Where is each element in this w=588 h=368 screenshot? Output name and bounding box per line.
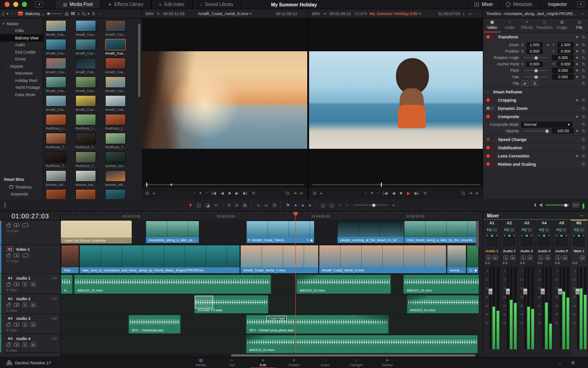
mixer-channel[interactable]: A1 EQ Audio 1 S M 0.0 5 10 <box>483 220 501 357</box>
fader-handle[interactable] <box>506 288 510 295</box>
flip-horizontal-button[interactable]: ⇄ <box>521 81 529 86</box>
right-panel-toggle[interactable]: Inspector <box>539 0 573 9</box>
opacity-slider[interactable] <box>523 130 548 131</box>
project-manager-icon[interactable]: ⌂ <box>558 360 561 365</box>
trim-edit-mode-icon[interactable]: ◫ <box>197 203 201 208</box>
flag-icon[interactable]: ⚑ <box>286 203 290 208</box>
media-clip[interactable]: woman_lea... <box>74 170 104 189</box>
last-frame-button[interactable]: ▶| <box>243 191 247 195</box>
track-badge[interactable]: A3 <box>6 316 14 321</box>
mute-button[interactable]: M <box>510 255 515 260</box>
play-reverse-button[interactable]: ◀ <box>220 191 224 195</box>
project-settings-icon[interactable]: ⚙ <box>571 360 575 365</box>
enable-track-icon[interactable] <box>14 282 19 286</box>
stabilization-toggle[interactable] <box>486 146 495 150</box>
jog-left-icon[interactable]: ‹ <box>365 191 367 195</box>
media-clip[interactable]: RedRock_T... <box>104 133 134 152</box>
source-viewer-image[interactable] <box>142 51 307 149</box>
expand-arrow-icon[interactable]: › <box>5 65 8 68</box>
clip-thumbnail[interactable] <box>46 152 66 163</box>
zoom-detail-icon[interactable]: ◱ <box>330 203 334 208</box>
lock-icon[interactable] <box>6 283 11 287</box>
source-playhead[interactable] <box>146 183 147 187</box>
thumbnail-view-icon[interactable] <box>71 12 75 15</box>
zoom-y-field[interactable]: 1.000 <box>557 42 574 48</box>
pan-control[interactable] <box>485 233 499 247</box>
bin-tree-item[interactable]: Interviews <box>0 70 43 77</box>
media-clip[interactable]: Amalfi_Coa... <box>44 95 74 114</box>
snapping-icon[interactable]: ⊟ <box>273 203 276 208</box>
composite-mode-dropdown[interactable]: Normal▾ <box>521 122 572 128</box>
pan-control[interactable] <box>572 233 586 247</box>
channel-name[interactable]: Audio 5 <box>556 248 568 254</box>
inspector-options-icon[interactable]: ··· <box>580 11 584 16</box>
bin-tree-item[interactable]: Extra Shots <box>0 91 43 98</box>
timeline-clip[interactable]: lake_next_to_mountains_and_trees_aerial_… <box>79 245 240 274</box>
solo-button[interactable]: S <box>486 255 491 260</box>
keyframe-icon[interactable] <box>576 70 578 71</box>
clip-thumbnail[interactable] <box>75 95 96 107</box>
clip-thumbnail[interactable] <box>105 189 126 199</box>
timeline-ruler[interactable]: 01:00:20:00 01:00:24:00 01:00:28:00 01:0… <box>61 212 479 220</box>
reset-icon[interactable]: ↻ <box>582 81 585 86</box>
track-height-icon[interactable] <box>22 254 28 257</box>
fader-handle[interactable] <box>575 288 580 295</box>
current-bin-name[interactable]: Balcony ... <box>25 11 44 16</box>
jog-icon[interactable]: ● <box>371 191 373 195</box>
inspector-tab[interactable]: ♪ Audio <box>501 18 518 32</box>
lens-correction-toggle[interactable] <box>486 154 495 158</box>
reset-icon[interactable]: ↻ <box>582 55 585 60</box>
track-name[interactable]: Audio 2 <box>16 297 30 301</box>
clip-thumbnail[interactable] <box>46 133 66 144</box>
mixer-channel[interactable]: A3 EQ Audio 3 S M 0.0 5 10 <box>518 220 535 357</box>
clip-thumbnail[interactable] <box>46 189 66 199</box>
reset-icon[interactable]: ↻ <box>582 106 585 111</box>
timeline-playhead-mark[interactable] <box>381 183 382 187</box>
clip-thumbnail[interactable] <box>105 114 126 125</box>
inspector-tab[interactable]: ▤ File <box>571 18 588 32</box>
mixer-channel[interactable]: A5 EQ Audio 5 S M 0.0 5 10 <box>553 220 571 357</box>
audio-track-header[interactable]: A4 Audio 4 2.0 S M 8 Clips <box>0 334 60 353</box>
enable-track-icon[interactable] <box>14 303 19 307</box>
timeline-scrubber[interactable] <box>312 184 480 185</box>
clip-thumbnail[interactable] <box>105 133 126 144</box>
flip-vertical-button[interactable]: ⇅ <box>531 81 538 86</box>
pitch-slider[interactable] <box>523 70 548 71</box>
keyframe-icon[interactable] <box>576 44 578 46</box>
timeline-clip[interactable]: AA0113_01.mov <box>246 335 478 353</box>
retime-scaling-toggle[interactable] <box>486 162 495 166</box>
source-timecode[interactable]: 00:11:58:12 <box>276 11 297 16</box>
timeline-timecode[interactable]: 01:00:27:03 <box>0 212 60 221</box>
solo-button[interactable]: S <box>22 342 27 347</box>
clip-thumbnail[interactable] <box>105 58 126 69</box>
mute-button[interactable]: M <box>493 255 498 260</box>
chevron-down-icon[interactable]: ▾ <box>309 203 311 208</box>
timeline-clip[interactable]: AA0113_01.mov <box>407 295 479 314</box>
clip-thumbnail[interactable] <box>105 39 126 50</box>
window-controls[interactable] <box>0 2 32 7</box>
clip-thumbnail[interactable] <box>75 170 96 182</box>
stop-button[interactable]: ■ <box>228 191 230 195</box>
media-clip[interactable] <box>44 189 74 199</box>
bin-tree-item[interactable]: Holiday Reel <box>0 77 43 84</box>
chevron-down-icon[interactable]: ▾ <box>157 11 160 16</box>
clip-thumbnail[interactable] <box>46 114 66 125</box>
timeline-clip[interactable]: people_running_at_the_beach_in_brig... <box>337 221 405 244</box>
keyframe-icon[interactable] <box>576 63 578 65</box>
zoom-out-icon[interactable]: − <box>346 203 348 208</box>
channel-eq[interactable]: EQ <box>522 227 532 233</box>
loop-button[interactable]: ↻ <box>252 191 256 195</box>
track-badge[interactable]: A2 <box>6 296 14 301</box>
forward-icon[interactable]: › <box>14 11 16 16</box>
chevron-down-icon[interactable]: ▾ <box>250 11 252 16</box>
media-clip[interactable]: RedRock_L... <box>104 114 134 133</box>
reset-icon[interactable]: ↻ <box>582 35 585 39</box>
composite-toggle[interactable] <box>486 114 495 119</box>
pan-control[interactable] <box>502 233 516 247</box>
media-clip[interactable]: Amalfi_Coa... <box>44 39 74 58</box>
reset-icon[interactable]: ↻ <box>582 129 585 133</box>
clip-thumbnail[interactable] <box>46 58 66 69</box>
solo-button[interactable]: S <box>556 255 561 260</box>
bin-tree-item[interactable]: ▾ Master <box>0 20 43 27</box>
reset-icon[interactable]: ↻ <box>582 114 585 119</box>
